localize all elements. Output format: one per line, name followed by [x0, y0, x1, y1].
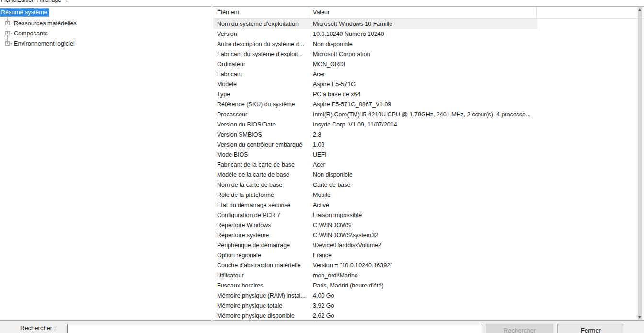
- cell-element: Processeur: [213, 111, 309, 118]
- cell-value: Microsoft Corporation: [309, 51, 537, 57]
- table-row[interactable]: Configuration de PCR 7Liaison impossible: [213, 210, 537, 220]
- vertical-scrollbar[interactable]: [638, 7, 642, 320]
- table-row[interactable]: Référence (SKU) du systèmeAspire E5-571G…: [213, 99, 537, 109]
- scroll-up-icon[interactable]: [638, 8, 641, 11]
- cell-value: France: [309, 252, 537, 259]
- table-row[interactable]: Couche d'abstraction matérielleVersion =…: [213, 260, 537, 270]
- cell-value: C:\WINDOWS\system32: [309, 232, 537, 239]
- cell-value: Mobile: [309, 192, 537, 198]
- cell-element: Nom de la carte de base: [213, 182, 309, 188]
- cell-element: Nom du système d'exploitation: [213, 21, 309, 27]
- cell-element: Répertoire Windows: [213, 222, 309, 229]
- cell-value: Aspire E5-571G_0867_V1.09: [309, 101, 537, 108]
- cell-element: Version du BIOS/Date: [213, 121, 309, 128]
- cell-value: PC à base de x64: [309, 91, 537, 98]
- table-row[interactable]: Fabricant de la carte de baseAcer: [213, 160, 537, 170]
- menubar: FichierEditionAffichage?: [0, 0, 644, 5]
- table-row[interactable]: Version du contrôleur embarqué1.09: [213, 139, 537, 149]
- table-row[interactable]: Rôle de la plateformeMobile: [213, 190, 537, 200]
- cell-element: Mode BIOS: [213, 151, 309, 158]
- cell-element: Périphérique de démarrage: [213, 242, 309, 249]
- cell-element: Mémoire physique (RAM) instal...: [213, 292, 309, 299]
- tree-item[interactable]: +Environnement logiciel: [0, 38, 77, 48]
- cell-value: Aspire E5-571G: [309, 81, 537, 88]
- cell-element: Ordinateur: [213, 61, 309, 68]
- table-row[interactable]: Modèle de la carte de baseNon disponible: [213, 170, 537, 180]
- table-row[interactable]: Mode BIOSUEFI: [213, 149, 537, 160]
- column-header-element[interactable]: Élément: [213, 7, 309, 18]
- table-row[interactable]: Fabricant du système d'exploit...Microso…: [213, 49, 537, 59]
- cell-element: Option régionale: [213, 252, 309, 259]
- cell-element: Version du contrôleur embarqué: [213, 141, 309, 148]
- cell-element: Référence (SKU) du système: [213, 101, 309, 108]
- menu-item-fichier[interactable]: Fichier: [1, 0, 18, 4]
- cell-value: 10.0.10240 Numéro 10240: [309, 31, 537, 37]
- table-row[interactable]: Périphérique de démarrage\Device\Harddis…: [213, 240, 537, 250]
- table-row[interactable]: Utilisateurmon_ordi\Marine: [213, 270, 537, 280]
- table-row[interactable]: Version du BIOS/DateInsyde Corp. V1.09, …: [213, 119, 537, 129]
- table-row[interactable]: Version SMBIOS2.8: [213, 129, 537, 139]
- cell-element: Configuration de PCR 7: [213, 212, 309, 218]
- table-row[interactable]: ModèleAspire E5-571G: [213, 79, 537, 89]
- table-row[interactable]: Option régionaleFrance: [213, 250, 537, 260]
- expand-plus-icon[interactable]: +: [5, 31, 10, 35]
- table-row[interactable]: Fuseaux horairesParis, Madrid (heure d'é…: [213, 280, 537, 290]
- search-button[interactable]: Rechercher: [486, 324, 553, 333]
- cell-value: Intel(R) Core(TM) i5-4210U CPU @ 1.70GHz…: [309, 111, 537, 118]
- cell-element: Mémoire physique totale: [213, 302, 309, 309]
- column-header-valeur[interactable]: Valeur: [309, 7, 537, 18]
- table-row[interactable]: Répertoire WindowsC:\WINDOWS: [213, 220, 537, 230]
- tree-item[interactable]: +Ressources matérielles: [0, 18, 77, 28]
- table-row[interactable]: Version10.0.10240 Numéro 10240: [213, 29, 537, 39]
- system-information-window: FichierEditionAffichage? Résumé système …: [0, 0, 644, 333]
- table-row[interactable]: État du démarrage sécuriséActivé: [213, 200, 537, 210]
- cell-element: Modèle: [213, 81, 309, 88]
- tree-item[interactable]: +Composants: [0, 28, 77, 38]
- menu-item-affichage[interactable]: Affichage: [37, 0, 61, 4]
- cell-value: 1.09: [309, 141, 537, 148]
- cell-element: Répertoire système: [213, 232, 309, 239]
- table-row[interactable]: Mémoire physique totale3,92 Go: [213, 300, 537, 310]
- table-row[interactable]: Mémoire physique disponible2,62 Go: [213, 310, 537, 321]
- expand-plus-icon[interactable]: +: [5, 21, 10, 25]
- scroll-down-icon[interactable]: [638, 316, 641, 319]
- cell-element: Fuseaux horaires: [213, 282, 309, 289]
- tree-item-resume-systeme[interactable]: Résumé système: [0, 8, 49, 17]
- table-row[interactable]: FabricantAcer: [213, 69, 537, 79]
- cell-value: Non disponible: [309, 41, 537, 47]
- cell-value: Microsoft Windows 10 Famille: [309, 21, 537, 27]
- cell-element: Utilisateur: [213, 272, 309, 279]
- tree-item-label: Environnement logiciel: [12, 40, 75, 47]
- table-row[interactable]: Nom de la carte de baseCarte de base: [213, 180, 537, 190]
- cell-value: MON_ORDI: [309, 61, 537, 68]
- cell-element: Type: [213, 91, 309, 98]
- cell-element: Fabricant: [213, 71, 309, 78]
- search-input[interactable]: [67, 324, 482, 333]
- search-bar: Rechercher : Rechercher Fermer: [0, 321, 644, 333]
- tree-children: +Ressources matérielles+Composants+Envir…: [0, 18, 77, 48]
- cell-value: Paris, Madrid (heure d'été): [309, 282, 537, 289]
- table-row[interactable]: Répertoire systèmeC:\WINDOWS\system32: [213, 230, 537, 240]
- close-button[interactable]: Fermer: [557, 324, 624, 333]
- details-panel: Élément Valeur Nom du système d'exploita…: [213, 6, 644, 321]
- tree-item-label: Composants: [12, 30, 48, 37]
- cell-value: Non disponible: [309, 172, 537, 178]
- expand-plus-icon[interactable]: +: [5, 41, 10, 46]
- table-row[interactable]: TypePC à base de x64: [213, 89, 537, 99]
- cell-element: Version: [213, 31, 309, 37]
- table-row[interactable]: ProcesseurIntel(R) Core(TM) i5-4210U CPU…: [213, 109, 537, 119]
- table-row[interactable]: Mémoire physique (RAM) instal...4,00 Go: [213, 290, 537, 300]
- cell-element: État du démarrage sécurisé: [213, 202, 309, 208]
- cell-value: Version = "10.0.10240.16392": [309, 262, 537, 269]
- table-row[interactable]: Nom du système d'exploitationMicrosoft W…: [213, 19, 537, 29]
- cell-value: mon_ordi\Marine: [309, 272, 537, 279]
- cell-value: Liaison impossible: [309, 212, 537, 218]
- menu-item-edition[interactable]: Edition: [17, 0, 35, 4]
- table-row[interactable]: Autre description du système d...Non dis…: [213, 39, 537, 49]
- search-label: Rechercher :: [20, 324, 56, 332]
- table-row[interactable]: OrdinateurMON_ORDI: [213, 59, 537, 69]
- cell-value: Activé: [309, 202, 537, 208]
- cell-element: Rôle de la plateforme: [213, 192, 309, 198]
- menu-item-help[interactable]: ?: [65, 0, 69, 4]
- cell-value: \Device\HarddiskVolume2: [309, 242, 537, 249]
